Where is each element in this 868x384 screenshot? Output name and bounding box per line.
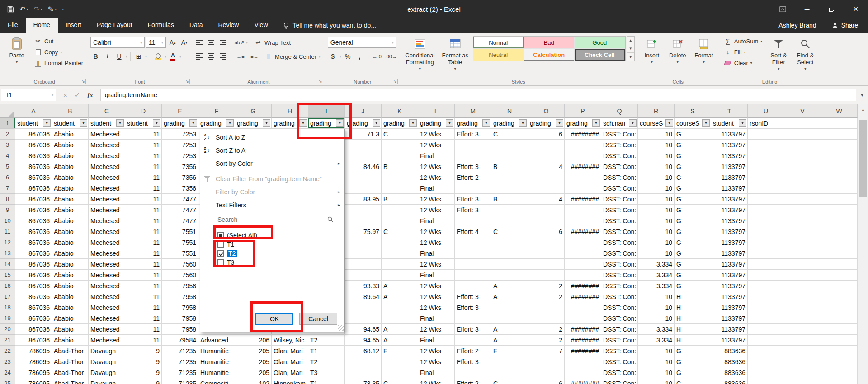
column-header-m[interactable]: M <box>455 104 491 118</box>
menu-item-filter-by-color[interactable]: Filter by Color ▸ <box>200 185 344 198</box>
align-middle-button[interactable] <box>206 37 217 48</box>
header-cell-g1[interactable]: grading▾ <box>235 118 272 129</box>
cell-p23[interactable] <box>565 356 601 367</box>
cell-v24[interactable] <box>784 367 821 378</box>
cell-p22[interactable]: ######## <box>565 346 601 356</box>
cell-u20[interactable] <box>748 324 784 335</box>
cell-a22[interactable]: 786095 <box>15 346 52 356</box>
cell-m9[interactable]: Effort: 3 <box>455 205 491 215</box>
cell-t8[interactable]: 1133797 <box>711 194 748 205</box>
cell-o20[interactable]: 2 <box>528 324 565 335</box>
cell-q21[interactable]: DSST: Con: <box>601 335 638 346</box>
cell-o24[interactable] <box>528 367 565 378</box>
cell-t13[interactable]: 1133797 <box>711 248 748 259</box>
filter-button-d[interactable]: ▾ <box>153 119 160 127</box>
cell-m10[interactable] <box>455 215 491 226</box>
tab-page-layout[interactable]: Page Layout <box>89 18 140 33</box>
cell-j18[interactable] <box>345 302 382 313</box>
cell-u24[interactable] <box>748 367 784 378</box>
cell-b25[interactable]: Abad-Thor <box>52 378 89 384</box>
cell-l2[interactable]: 12 Wks <box>418 129 455 140</box>
conditional-formatting-button[interactable]: Conditional Formatting ▾ <box>402 35 438 77</box>
cell-c25[interactable]: Davaugn <box>89 378 125 384</box>
cell-d25[interactable]: 9 <box>125 378 162 384</box>
percent-style-button[interactable]: % <box>343 52 353 62</box>
align-bottom-button[interactable] <box>218 37 228 48</box>
cell-l15[interactable]: Final <box>418 270 455 281</box>
cell-u12[interactable] <box>748 237 784 248</box>
cell-p3[interactable] <box>565 140 601 150</box>
cell-e11[interactable]: 7551 <box>162 226 198 237</box>
cancel-entry-icon[interactable]: × <box>63 91 67 99</box>
row-header-25[interactable]: 25 <box>0 378 15 384</box>
cell-p5[interactable]: ######## <box>565 161 601 172</box>
cell-r3[interactable]: 10 <box>638 140 675 150</box>
cell-s10[interactable]: G <box>675 215 711 226</box>
column-header-s[interactable]: S <box>675 104 711 118</box>
cell-o18[interactable] <box>528 302 565 313</box>
cell-b15[interactable]: Ababio <box>52 270 89 281</box>
header-cell-c1[interactable]: student▾ <box>89 118 125 129</box>
cell-q15[interactable]: DSST: Con: <box>601 270 638 281</box>
bold-button[interactable]: B <box>90 52 101 62</box>
cell-n23[interactable] <box>491 356 528 367</box>
cell-d5[interactable]: 11 <box>125 161 162 172</box>
cell-c3[interactable]: Mechesed <box>89 140 125 150</box>
orientation-button[interactable]: ab↗ <box>234 37 245 48</box>
cell-d12[interactable]: 11 <box>125 237 162 248</box>
cell-e3[interactable]: 7253 <box>162 140 198 150</box>
cell-u9[interactable] <box>748 205 784 215</box>
cell-p15[interactable] <box>565 270 601 281</box>
cell-j10[interactable] <box>345 215 382 226</box>
cell-j15[interactable] <box>345 270 382 281</box>
cell-b20[interactable]: Ababio <box>52 324 89 335</box>
cell-e4[interactable]: 7253 <box>162 150 198 161</box>
cell-k4[interactable] <box>382 150 418 161</box>
cell-o23[interactable] <box>528 356 565 367</box>
cell-p4[interactable] <box>565 150 601 161</box>
cell-e2[interactable]: 7253 <box>162 129 198 140</box>
filter-button-e[interactable]: ▾ <box>189 119 197 127</box>
cell-m21[interactable] <box>455 335 491 346</box>
cell-k8[interactable]: B <box>382 194 418 205</box>
column-header-i[interactable]: I <box>308 104 345 118</box>
cell-t23[interactable]: 883636 <box>711 356 748 367</box>
formula-input[interactable]: grading.termName <box>100 89 856 101</box>
cell-v17[interactable] <box>784 291 821 302</box>
underline-button[interactable]: U <box>114 52 124 62</box>
cell-d10[interactable]: 11 <box>125 215 162 226</box>
cell-q8[interactable]: DSST: Con: <box>601 194 638 205</box>
filter-search-input[interactable]: Search <box>214 214 337 225</box>
header-cell-i1[interactable]: grading▾ <box>308 118 345 129</box>
cell-u19[interactable] <box>748 313 784 324</box>
row-header-17[interactable]: 17 <box>0 291 15 302</box>
cell-e10[interactable]: 7477 <box>162 215 198 226</box>
cell-e15[interactable]: 7560 <box>162 270 198 281</box>
cell-r19[interactable]: 10 <box>638 313 675 324</box>
cell-v23[interactable] <box>784 356 821 367</box>
cell-m11[interactable]: Effort: 4 <box>455 226 491 237</box>
cell-d4[interactable]: 11 <box>125 150 162 161</box>
tab-view[interactable]: View <box>246 18 275 33</box>
cell-q20[interactable]: DSST: Con: <box>601 324 638 335</box>
cell-f22[interactable]: Humanitie <box>198 346 235 356</box>
decrease-font-size-button[interactable]: A▾ <box>179 37 189 48</box>
cell-j16[interactable]: 93.33 <box>345 281 382 291</box>
cell-k6[interactable] <box>382 172 418 183</box>
cell-r5[interactable]: 10 <box>638 161 675 172</box>
column-header-c[interactable]: C <box>89 104 125 118</box>
cell-o9[interactable] <box>528 205 565 215</box>
cell-q24[interactable]: DSST: Con: <box>601 367 638 378</box>
cell-s19[interactable]: H <box>675 313 711 324</box>
expand-formula-bar-icon[interactable]: ▾ <box>856 89 868 101</box>
header-cell-n1[interactable]: grading▾ <box>491 118 528 129</box>
cell-v21[interactable] <box>784 335 821 346</box>
cell-t15[interactable]: 1133797 <box>711 270 748 281</box>
filter-button-j[interactable]: ▾ <box>373 119 380 127</box>
cell-t5[interactable]: 1133797 <box>711 161 748 172</box>
cell-s15[interactable]: G <box>675 270 711 281</box>
style-bad[interactable]: Bad <box>524 37 575 49</box>
cell-m18[interactable]: Effort: 3 <box>455 302 491 313</box>
cell-m8[interactable]: Effort: 3 <box>455 194 491 205</box>
cell-o3[interactable] <box>528 140 565 150</box>
